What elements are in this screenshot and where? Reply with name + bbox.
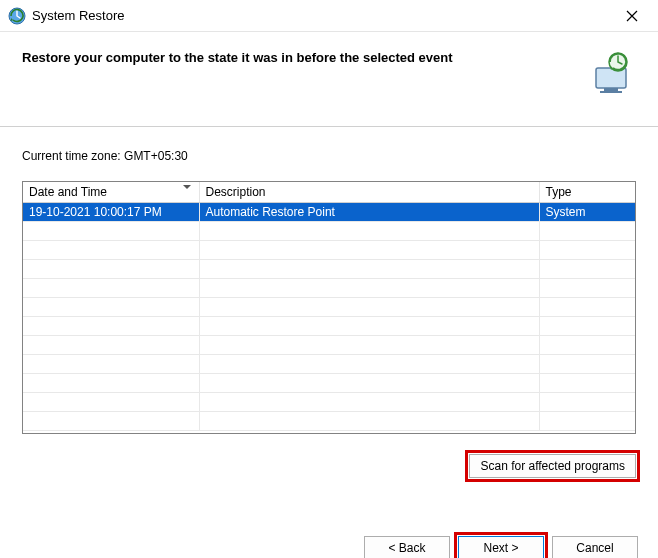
cancel-button[interactable]: Cancel	[552, 536, 638, 558]
wizard-header: Restore your computer to the state it wa…	[0, 32, 658, 126]
window-title: System Restore	[32, 8, 124, 23]
timezone-label: Current time zone: GMT+05:30	[22, 149, 636, 163]
title-bar: System Restore	[0, 0, 658, 32]
table-row	[23, 412, 635, 431]
table-row	[23, 222, 635, 241]
table-row	[23, 279, 635, 298]
next-button[interactable]: Next >	[458, 536, 544, 558]
cell-type: System	[539, 203, 635, 222]
table-row	[23, 241, 635, 260]
content-panel: Current time zone: GMT+05:30 Date and Ti…	[0, 126, 658, 526]
col-description[interactable]: Description	[199, 182, 539, 203]
col-datetime[interactable]: Date and Time	[23, 182, 199, 203]
table-row	[23, 336, 635, 355]
scan-affected-programs-button[interactable]: Scan for affected programs	[469, 454, 636, 478]
table-row	[23, 374, 635, 393]
restore-monitor-icon	[588, 50, 636, 98]
table-row	[23, 355, 635, 374]
table-header-row: Date and Time Description Type	[23, 182, 635, 203]
restore-points-table: Date and Time Description Type 19-10-202…	[22, 181, 636, 434]
close-button[interactable]	[612, 2, 652, 30]
page-heading: Restore your computer to the state it wa…	[22, 50, 453, 65]
table-row[interactable]: 19-10-2021 10:00:17 PM Automatic Restore…	[23, 203, 635, 222]
cell-description: Automatic Restore Point	[199, 203, 539, 222]
cell-datetime: 19-10-2021 10:00:17 PM	[23, 203, 199, 222]
col-type[interactable]: Type	[539, 182, 635, 203]
system-restore-icon	[8, 7, 26, 25]
wizard-footer: < Back Next > Cancel	[0, 526, 658, 558]
table-row	[23, 260, 635, 279]
svg-rect-3	[600, 91, 622, 93]
svg-rect-2	[604, 88, 618, 91]
table-row	[23, 298, 635, 317]
table-row	[23, 393, 635, 412]
back-button[interactable]: < Back	[364, 536, 450, 558]
table-row	[23, 317, 635, 336]
